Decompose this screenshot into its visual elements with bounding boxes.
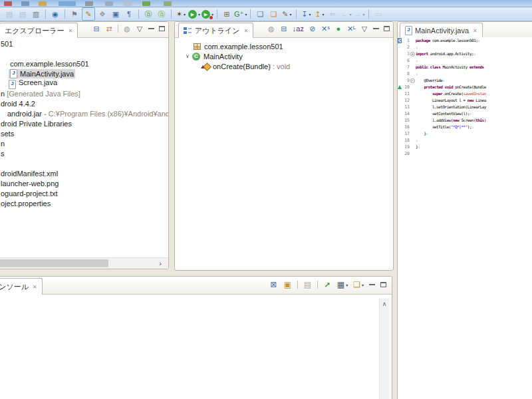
code-line[interactable]: 12 LinearLayout l = new Linea [398, 97, 532, 104]
outline-item[interactable]: onCreate(Bundle) : void [182, 61, 393, 71]
tree-item[interactable]: n [1, 138, 168, 148]
close-icon[interactable]: ✕ [33, 284, 37, 290]
fold-toggle-icon[interactable]: + [410, 52, 415, 57]
maximize-icon[interactable] [159, 26, 165, 31]
format-brush-icon[interactable]: ✎ [82, 7, 95, 21]
dropdown-arrow-icon[interactable]: ▾ [309, 12, 311, 17]
save-all-icon[interactable]: ▤ [17, 8, 29, 20]
dropdown-arrow-icon[interactable]: ▾ [245, 12, 247, 17]
open-console-icon[interactable]: ❏▾ [353, 279, 364, 290]
code-line[interactable]: 15 l.addView(new Screen(this) [398, 117, 532, 124]
chevron-down-icon[interactable]: ∨ [186, 53, 192, 59]
next-annotation-icon[interactable]: ↧▾ [300, 8, 312, 20]
tree-item[interactable]: droidManifest.xml [1, 168, 168, 178]
code-line[interactable]: 3+import android.app.Activity;↓ [398, 51, 532, 57]
pin-console-icon[interactable]: ➚ [323, 279, 332, 290]
tree-item[interactable]: s [1, 148, 168, 158]
new-wizard-icon[interactable]: ⊞ [221, 8, 233, 20]
hide-non-public-icon[interactable]: ● [334, 24, 342, 33]
code-line[interactable]: 20 [398, 150, 532, 157]
tree-item[interactable]: JMainActivity.java [1, 68, 168, 78]
show-whitespace-icon[interactable]: ¶ [123, 8, 135, 20]
focus-icon[interactable]: ◍ [267, 24, 275, 33]
scrollbar-thumb[interactable] [0, 259, 108, 267]
minimize-icon[interactable] [369, 282, 375, 288]
annotate-icon[interactable]: ✎▾ [281, 8, 293, 20]
minimize-icon[interactable] [148, 26, 154, 32]
hide-static-icon[interactable]: ✕ˢ [321, 24, 330, 33]
scroll-lock-icon[interactable]: ▣ [283, 279, 292, 290]
back-icon[interactable]: ←▾ [340, 8, 352, 20]
link-with-editor-icon[interactable]: ⇄ [105, 24, 113, 33]
code-line[interactable]: 7public class MainActivity extends [398, 64, 532, 70]
scroll-right-icon[interactable]: › [159, 258, 162, 269]
open-resource-icon[interactable]: ❏ [267, 8, 279, 20]
avd-manager-icon[interactable]: ⓐ [156, 8, 168, 20]
code-line[interactable]: 18↓ [398, 137, 532, 144]
tree-item[interactable]: JScreen.java [1, 78, 168, 88]
maximize-icon[interactable] [380, 282, 386, 287]
tab-outline[interactable]: アウトライン ✕ [178, 23, 253, 38]
code-line[interactable]: 13 l.setOrientation(LinearLay [398, 104, 532, 110]
sort-icon[interactable]: ↓az [293, 24, 304, 33]
collapse-all-icon[interactable]: ⊟ [280, 24, 288, 33]
tree-item[interactable]: 501 [1, 39, 168, 49]
maximize-icon[interactable] [384, 26, 390, 31]
save-output-icon[interactable]: ▤ [303, 279, 312, 290]
code-line[interactable]: 11 super.onCreate(savedInstan [398, 90, 532, 97]
tree-item[interactable]: droid 4.4.2 [1, 98, 168, 108]
tab-console[interactable]: コンソール ✕ [0, 278, 43, 295]
code-line[interactable]: 9− @Override↓ [398, 77, 532, 84]
tree-item[interactable]: android.jar - C:¥Program Files (x86)¥And… [1, 108, 168, 118]
code-line[interactable]: 8↓ [398, 70, 532, 77]
code-line[interactable]: 6↓ [398, 57, 532, 64]
tab-mainactivity-java[interactable]: J MainActivity.java ✕ [400, 23, 483, 38]
previous-annotation-icon[interactable]: ↥▾ [313, 8, 325, 20]
code-line[interactable]: 2↓ [398, 44, 532, 51]
open-window-icon[interactable]: ▣ [110, 8, 122, 20]
close-icon[interactable]: ✕ [68, 28, 73, 34]
hide-fields-icon[interactable]: ⊘ [309, 24, 317, 33]
collapse-all-icon[interactable]: ⊟ [92, 24, 100, 33]
tab-package-explorer[interactable]: エクスプローラー ✕ [0, 23, 78, 38]
tree-item[interactable]: sets [1, 128, 168, 138]
dropdown-arrow-icon[interactable]: ▾ [323, 12, 325, 17]
link-with-editor-icon[interactable]: ▭ [372, 8, 384, 20]
close-icon[interactable]: ✕ [244, 28, 249, 34]
tree-item[interactable]: launcher-web.png [1, 178, 168, 188]
dropdown-arrow-icon[interactable]: ▾ [362, 283, 364, 287]
view-menu-icon[interactable]: ◍ [123, 24, 131, 33]
print-icon[interactable]: ▥ [30, 8, 42, 20]
close-icon[interactable]: ✕ [473, 28, 477, 34]
view-menu-dropdown-icon[interactable]: ▽ [136, 24, 144, 33]
tree-item[interactable]: droid Private Libraries [1, 118, 168, 128]
forward-icon[interactable]: →▾ [353, 8, 365, 20]
tree-item[interactable]: oject.properties [1, 198, 168, 208]
skip-breakpoints-icon[interactable]: ⚑ [68, 8, 80, 20]
google-services-icon[interactable]: G⁺▾ [234, 8, 247, 20]
fold-toggle-icon[interactable]: − [410, 78, 415, 83]
code-line[interactable]: 14 setContentView(l);↓ [398, 110, 532, 117]
dropdown-arrow-icon[interactable]: ▾ [290, 12, 292, 17]
tree-item[interactable] [1, 49, 168, 59]
tree-item[interactable]: n [Generated Java Files] [1, 88, 168, 98]
minimize-icon[interactable] [373, 26, 379, 32]
dropdown-arrow-icon[interactable]: ▾ [362, 12, 364, 17]
view-menu-dropdown-icon[interactable]: ▽ [360, 24, 368, 33]
outline-item[interactable]: com.example.lesson501 [182, 41, 393, 51]
hide-local-types-icon[interactable]: ✕ᴸ [347, 24, 356, 33]
clear-console-icon[interactable]: ⊠ [269, 279, 278, 290]
dropdown-arrow-icon[interactable]: ▾ [184, 12, 186, 17]
dropdown-arrow-icon[interactable]: ▾ [198, 12, 200, 17]
dropdown-arrow-icon[interactable]: ▾ [349, 12, 351, 17]
code-line[interactable]: 17 }↓ [398, 130, 532, 137]
tree-item[interactable] [1, 158, 168, 168]
code-line[interactable]: 19}↓ [398, 144, 532, 150]
scroll-up-icon[interactable]: ∧ [380, 299, 389, 307]
vertical-scrollbar[interactable]: ∧ [379, 299, 389, 399]
run-icon[interactable]: ▶▾ [188, 8, 200, 20]
code-line[interactable]: 10 protected void onCreate(Bundle [398, 84, 532, 90]
refactor-icon[interactable]: ❖ [96, 8, 108, 20]
debug-icon[interactable]: ✶▾ [175, 8, 187, 20]
browser-icon[interactable]: ◉ [49, 8, 61, 20]
